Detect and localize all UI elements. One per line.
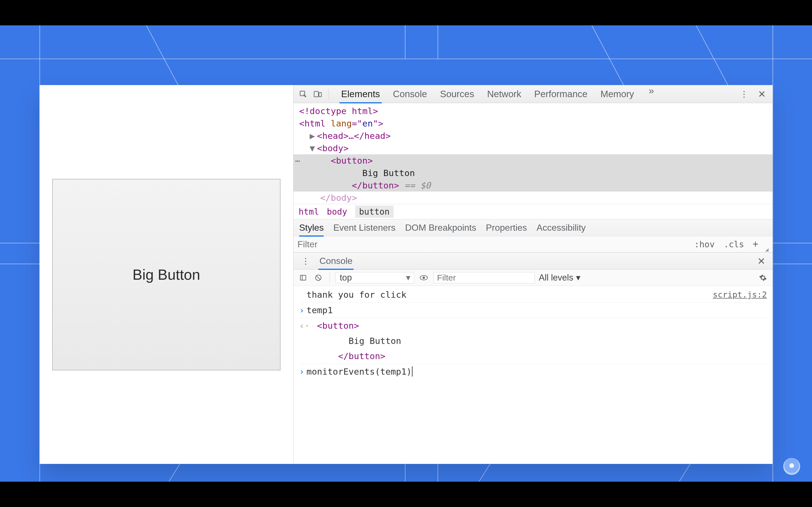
expand-arrow-icon[interactable]: ▶ xyxy=(310,129,315,142)
console-output[interactable]: thank you for click script.js:2 › temp1 … xyxy=(294,286,772,464)
dom-button-text: Big Button xyxy=(362,168,415,178)
console-output-row: ‹· <button> xyxy=(299,318,767,333)
console-log-text: thank you for click xyxy=(306,288,713,301)
console-filter-input[interactable] xyxy=(434,272,535,283)
dom-html-open[interactable]: <html lang="en"> xyxy=(299,118,384,128)
chrome-logo-icon xyxy=(783,458,800,475)
letterbox-top xyxy=(0,0,812,25)
context-select[interactable]: top ▾ xyxy=(336,272,414,283)
inspect-icon[interactable] xyxy=(297,89,309,100)
console-settings-icon[interactable] xyxy=(757,272,769,283)
dom-head[interactable]: <head>…</head> xyxy=(317,131,391,141)
console-log-row: thank you for click script.js:2 xyxy=(299,287,767,302)
drawer-kebab-icon[interactable]: ⋮ xyxy=(298,256,313,266)
resize-corner-icon[interactable] xyxy=(765,237,769,251)
console-entry-temp1: temp1 xyxy=(306,304,767,317)
cls-toggle[interactable]: .cls xyxy=(721,239,746,249)
svg-rect-2 xyxy=(319,93,321,97)
console-output-close: </button> xyxy=(306,349,767,362)
dom-body-open[interactable]: <body> xyxy=(317,143,349,153)
dom-doctype[interactable]: <!doctype html> xyxy=(299,106,378,116)
tab-properties[interactable]: Properties xyxy=(486,219,527,236)
svg-rect-3 xyxy=(300,275,306,280)
tab-styles[interactable]: Styles xyxy=(299,219,324,236)
console-current-input-row[interactable]: › monitorEvents(temp1) xyxy=(299,364,767,379)
drawer-tab-console[interactable]: Console xyxy=(318,252,354,270)
log-levels-select[interactable]: All levels ▾ xyxy=(539,272,580,283)
console-output-element: <button> xyxy=(306,319,767,332)
clear-console-icon[interactable] xyxy=(313,272,324,283)
tab-sources[interactable]: Sources xyxy=(439,85,476,103)
device-toggle-icon[interactable] xyxy=(312,89,323,100)
rendered-page: Big Button xyxy=(40,85,293,464)
styles-filter-row: :hov .cls + xyxy=(294,236,772,252)
separator xyxy=(328,89,329,99)
selection-ellipsis-icon: ⋯ xyxy=(295,155,300,167)
prompt-icon: › xyxy=(299,365,306,378)
dom-button-open: <button> xyxy=(331,156,373,166)
chevron-down-icon: ▾ xyxy=(406,272,410,283)
prompt-icon: › xyxy=(299,304,306,317)
tab-console[interactable]: Console xyxy=(391,85,429,103)
context-value: top xyxy=(340,273,352,283)
console-drawer: ⋮ Console ✕ top ▾ xyxy=(294,252,772,464)
console-toolbar: top ▾ All levels ▾ xyxy=(294,270,772,286)
letterbox-bottom xyxy=(0,482,812,507)
output-icon: ‹· xyxy=(299,319,306,332)
dom-ref-hint: == $0 xyxy=(404,180,430,190)
tabs-overflow-icon[interactable]: » xyxy=(645,85,658,103)
breadcrumb-html[interactable]: html xyxy=(299,207,319,217)
devtools-panel: Elements Console Sources Network Perform… xyxy=(293,85,772,464)
console-log-source[interactable]: script.js:2 xyxy=(713,288,767,301)
dom-body-close: </body> xyxy=(320,193,357,203)
blueprint-background: Big Button Elements Console Sources Netw… xyxy=(0,25,812,482)
dom-tree[interactable]: <!doctype html> <html lang="en"> ▶<head>… xyxy=(294,103,772,204)
console-sidebar-icon[interactable] xyxy=(297,272,309,283)
breadcrumb-button[interactable]: button xyxy=(355,206,394,218)
tab-network[interactable]: Network xyxy=(486,85,523,103)
svg-rect-1 xyxy=(314,91,318,97)
chevron-down-icon: ▾ xyxy=(576,272,580,283)
collapse-arrow-icon[interactable]: ▼ xyxy=(310,142,315,154)
log-levels-label: All levels xyxy=(539,273,573,283)
close-icon[interactable]: ✕ xyxy=(755,89,769,100)
console-output-text: Big Button xyxy=(306,334,767,347)
dom-selected-node[interactable]: ⋯ <button> Big Button </button> == $0 xyxy=(294,154,772,191)
devtools-tabs: Elements Console Sources Network Perform… xyxy=(340,85,733,103)
big-button[interactable]: Big Button xyxy=(52,179,281,371)
workspace: Big Button Elements Console Sources Netw… xyxy=(40,85,772,464)
console-input-row: › temp1 xyxy=(299,302,767,318)
devtools-topbar: Elements Console Sources Network Perform… xyxy=(294,85,772,103)
tab-event-listeners[interactable]: Event Listeners xyxy=(333,219,396,236)
styles-tabs: Styles Event Listeners DOM Breakpoints P… xyxy=(294,219,772,236)
tab-memory[interactable]: Memory xyxy=(599,85,636,103)
dom-button-close: </button> xyxy=(352,180,399,190)
hov-toggle[interactable]: :hov xyxy=(692,239,717,249)
styles-filter-input[interactable] xyxy=(297,239,688,249)
live-expression-icon[interactable] xyxy=(418,272,429,283)
console-drawer-header: ⋮ Console ✕ xyxy=(294,252,772,270)
console-output-row: Big Button xyxy=(299,333,767,348)
kebab-menu-icon[interactable]: ⋮ xyxy=(737,89,752,99)
tab-accessibility[interactable]: Accessibility xyxy=(537,219,586,236)
drawer-close-icon[interactable]: ✕ xyxy=(755,256,768,267)
tab-dom-breakpoints[interactable]: DOM Breakpoints xyxy=(405,219,476,236)
breadcrumb-body[interactable]: body xyxy=(327,207,347,217)
console-output-row: </button> xyxy=(299,348,767,364)
tab-performance[interactable]: Performance xyxy=(532,85,589,103)
console-input-text[interactable]: monitorEvents(temp1) xyxy=(306,365,767,378)
new-style-rule-icon[interactable]: + xyxy=(751,238,760,250)
breadcrumb: html body button xyxy=(294,204,772,219)
tab-elements[interactable]: Elements xyxy=(340,85,382,103)
separator xyxy=(329,273,330,283)
svg-point-6 xyxy=(423,277,425,279)
